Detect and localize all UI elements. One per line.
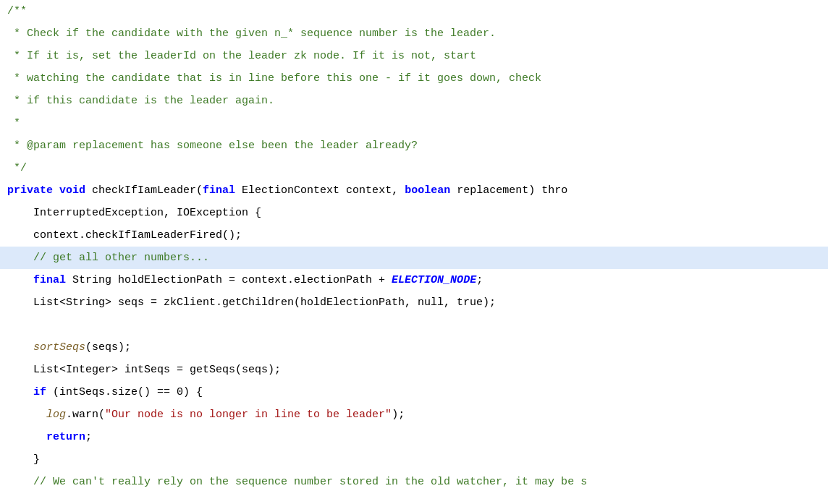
code-line: * If it is, set the leaderId on the lead… [0, 45, 828, 67]
code-token: * if this candidate is the leader again. [7, 95, 274, 107]
code-line: /** [0, 0, 828, 22]
code-line: return; [0, 426, 828, 448]
code-line: context.checkIfIamLeaderFired(); [0, 224, 828, 247]
code-token: * [7, 117, 20, 129]
code-token: ); [392, 409, 405, 421]
code-token: replacement has someone else been the le… [66, 140, 418, 152]
code-token: void [59, 184, 85, 197]
code-token: final [203, 184, 235, 197]
code-token: @param [27, 140, 66, 152]
code-token: List<String> seqs = zkClient.getChildren… [7, 296, 496, 309]
code-token: ; [476, 274, 483, 286]
code-token: (intSeqs.size() == 0) { [46, 386, 203, 398]
code-line: InterruptedException, IOException { [0, 202, 828, 224]
code-token [7, 431, 46, 443]
code-content: /** * Check if the candidate with the gi… [0, 0, 828, 504]
code-token: ; [85, 431, 92, 443]
code-line: } [0, 448, 828, 471]
code-token [7, 274, 33, 286]
code-token: InterruptedException, IOException { [7, 207, 261, 219]
code-line: * [0, 112, 828, 134]
code-token: * [7, 140, 27, 152]
code-token: "Our node is no longer in line to be lea… [105, 409, 392, 421]
code-token: return [46, 431, 85, 443]
code-token: if [33, 386, 46, 398]
code-token: String holdElectionPath = context.electi… [66, 274, 392, 286]
code-token: .warn( [66, 409, 105, 421]
code-token: (seqs); [85, 341, 131, 354]
code-line: // We can't really rely on the sequence … [0, 471, 828, 493]
code-token [7, 409, 46, 421]
code-token [7, 386, 33, 398]
code-line: sortSeqs(seqs); [0, 336, 828, 359]
code-token: log [46, 409, 66, 421]
code-token: } [7, 453, 40, 466]
code-token: * If it is, set the leaderId on the lead… [7, 50, 476, 62]
code-line: private void checkIfIamLeader(final Elec… [0, 179, 828, 202]
code-token: * watching the candidate that is in line… [7, 72, 541, 85]
code-line: log.warn("Our node is no longer in line … [0, 403, 828, 426]
code-editor: /** * Check if the candidate with the gi… [0, 0, 828, 504]
code-line: List<Integer> intSeqs = getSeqs(seqs); [0, 359, 828, 381]
code-token: List<Integer> intSeqs = getSeqs(seqs); [7, 364, 281, 376]
code-token: private [7, 184, 53, 197]
code-token: ElectionContext context, [235, 184, 405, 197]
code-line: * if this candidate is the leader again. [0, 90, 828, 112]
code-line: // get all other numbers... [0, 247, 828, 269]
code-token [7, 341, 33, 354]
code-token: /** [7, 5, 27, 17]
code-token: final [33, 274, 66, 286]
code-token: boolean [405, 184, 450, 197]
code-token: */ [7, 162, 27, 174]
code-line: final String holdElectionPath = context.… [0, 269, 828, 291]
code-token: replacement) thro [450, 184, 567, 197]
code-token: ELECTION_NODE [392, 274, 476, 286]
code-line: * Check if the candidate with the given … [0, 22, 828, 45]
code-token: * Check if the candidate with the given … [7, 27, 496, 40]
code-line: * @param replacement has someone else be… [0, 134, 828, 157]
code-line: if (intSeqs.size() == 0) { [0, 381, 828, 403]
code-token: // We can't really rely on the sequence … [7, 476, 587, 488]
code-token [53, 184, 59, 197]
code-token: sortSeqs [33, 341, 85, 354]
code-token: // get all other numbers... [7, 252, 209, 264]
code-token: context.checkIfIamLeaderFired(); [7, 229, 242, 242]
code-line [0, 493, 828, 504]
code-token: checkIfIamLeader( [85, 184, 203, 197]
code-line: List<String> seqs = zkClient.getChildren… [0, 291, 828, 314]
code-line: */ [0, 157, 828, 179]
code-line: * watching the candidate that is in line… [0, 67, 828, 90]
code-line [0, 314, 828, 336]
